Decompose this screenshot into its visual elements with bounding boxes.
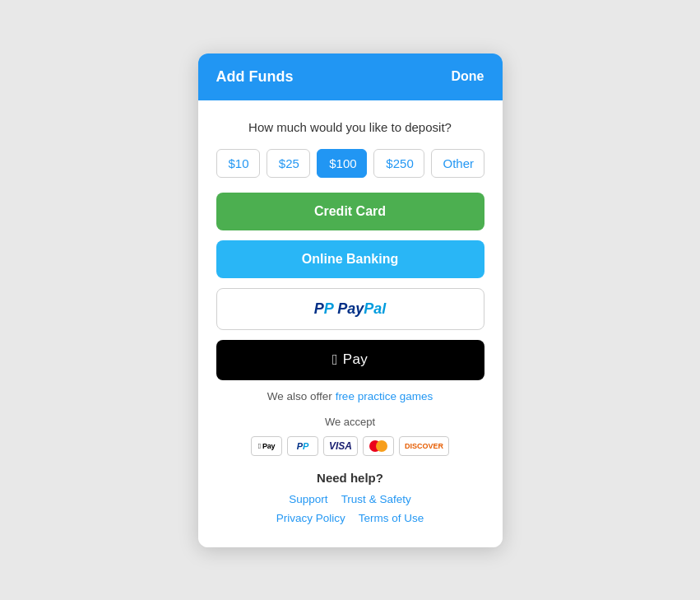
paypal-button[interactable]: PP PayPal xyxy=(216,288,484,330)
credit-card-button[interactable]: Credit Card xyxy=(216,193,484,230)
apple-pay-button[interactable]:  Pay xyxy=(216,340,484,380)
apple-icon:  xyxy=(332,351,338,369)
online-banking-button[interactable]: Online Banking xyxy=(216,240,484,278)
done-button[interactable]: Done xyxy=(452,69,484,84)
practice-games-text: We also offer free practice games xyxy=(216,390,484,402)
support-link[interactable]: Support xyxy=(289,493,327,505)
paypal-logo: PP PayPal xyxy=(314,300,386,318)
amount-options: $10 $25 $100 $250 Other xyxy=(216,149,484,178)
modal-body: How much would you like to deposit? $10 … xyxy=(198,100,503,547)
amount-btn-other[interactable]: Other xyxy=(431,149,484,178)
amount-btn-25[interactable]: $25 xyxy=(267,149,310,178)
need-help-label: Need help? xyxy=(216,471,484,485)
policy-links: Privacy Policy Terms of Use xyxy=(216,512,484,524)
add-funds-modal: Add Funds Done How much would you like t… xyxy=(198,53,503,547)
amount-btn-250[interactable]: $250 xyxy=(373,149,424,178)
apple-pay-label: Pay xyxy=(343,351,368,368)
trust-safety-link[interactable]: Trust & Safety xyxy=(341,493,411,505)
terms-of-use-link[interactable]: Terms of Use xyxy=(359,512,424,524)
deposit-question: How much would you like to deposit? xyxy=(216,120,484,134)
modal-header: Add Funds Done xyxy=(198,53,503,100)
visa-icon: VISA xyxy=(323,436,358,456)
privacy-policy-link[interactable]: Privacy Policy xyxy=(276,512,345,524)
help-links: Support Trust & Safety xyxy=(216,493,484,505)
amount-btn-100[interactable]: $100 xyxy=(317,149,367,178)
we-accept-label: We accept xyxy=(216,416,484,428)
paypal-icon: PP xyxy=(287,436,318,456)
mastercard-icon xyxy=(363,436,394,456)
amount-btn-10[interactable]: $10 xyxy=(216,149,260,178)
apple-pay-icon:  Pay xyxy=(251,436,282,456)
payment-icons:  Pay PP VISA DISCOVER xyxy=(216,436,484,456)
modal-title: Add Funds xyxy=(216,68,294,86)
discover-icon: DISCOVER xyxy=(399,436,449,456)
practice-games-link[interactable]: free practice games xyxy=(336,390,433,402)
